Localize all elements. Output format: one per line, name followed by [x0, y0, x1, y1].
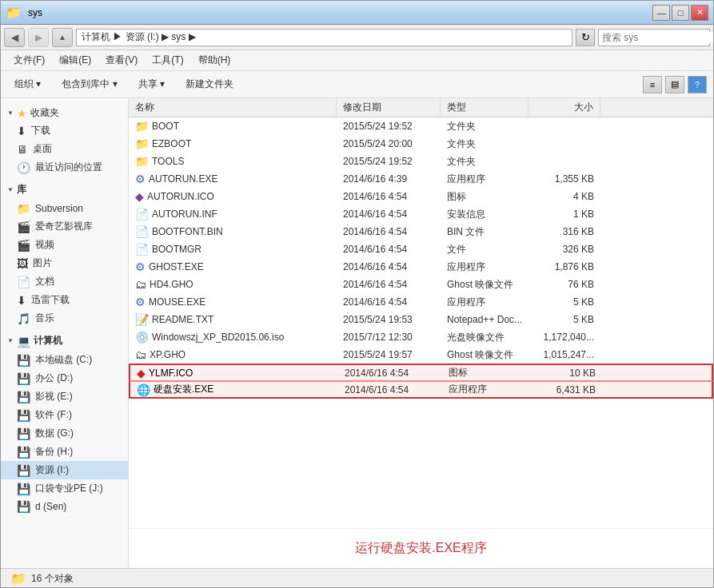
sidebar-item-desktop[interactable]: 🖥 桌面: [1, 140, 128, 158]
sidebar-item-drive-d2[interactable]: 💾 d (Sen): [1, 498, 128, 515]
share-button[interactable]: 共享 ▾: [131, 74, 172, 94]
file-cell-date: 2014/6/16 4:54: [337, 261, 441, 272]
main-area: ▼ ★ 收藏夹 ⬇ 下载 🖥 桌面 🕐 最近访问的位置 ▼ 库: [1, 98, 713, 568]
sidebar-item-music[interactable]: 🎵 音乐: [1, 309, 128, 328]
file-row[interactable]: 💿Windowszj_XP_BD2015.06.iso2015/7/12 12:…: [129, 328, 713, 346]
menu-edit[interactable]: 编辑(E): [53, 52, 98, 69]
organize-button[interactable]: 组织 ▾: [7, 74, 48, 94]
file-name-text: AUTORUN.EXE: [149, 173, 217, 185]
drive-j-icon: 💾: [17, 483, 30, 495]
file-row[interactable]: 📝README.TXT2015/5/24 19:53Notepad++ Doc.…: [129, 311, 713, 328]
sidebar-item-drive-g[interactable]: 💾 数据 (G:): [1, 424, 128, 443]
sidebar-library-section: ▼ 库 📁 Subversion 🎬 爱奇艺影视库 🎬 视频 🖼 图片 📄: [1, 180, 128, 328]
file-row[interactable]: 📁BOOT2015/5/24 19:52文件夹: [129, 117, 713, 135]
forward-button[interactable]: ▶: [28, 28, 49, 47]
sidebar-item-drive-e[interactable]: 💾 影视 (E:): [1, 387, 128, 406]
up-button[interactable]: ▲: [52, 28, 73, 47]
sidebar-item-recent[interactable]: 🕐 最近访问的位置: [1, 158, 128, 177]
file-cell-name: ◆YLMF.ICO: [130, 367, 338, 379]
col-header-date[interactable]: 修改日期: [337, 98, 441, 117]
sidebar-computer-header[interactable]: ▼ 💻 计算机: [1, 331, 128, 351]
instruction-area: 运行硬盘安装.EXE程序: [129, 528, 713, 568]
menu-view[interactable]: 查看(V): [99, 52, 144, 69]
file-cell-date: 2015/7/12 12:30: [337, 332, 441, 343]
sidebar-item-download[interactable]: ⬇ 下载: [1, 121, 128, 140]
file-name-text: Windowszj_XP_BD2015.06.iso: [152, 332, 284, 343]
menu-tools[interactable]: 工具(T): [146, 52, 189, 69]
title-bar-buttons: — □ ✕: [652, 5, 708, 21]
file-row[interactable]: 📄BOOTMGR2014/6/16 4:54文件326 KB: [129, 240, 713, 258]
file-row[interactable]: 🗂HD4.GHO2014/6/16 4:54Ghost 映像文件76 KB: [129, 276, 713, 293]
file-cell-name: ⚙MOUSE.EXE: [129, 296, 337, 308]
new-folder-button[interactable]: 新建文件夹: [178, 74, 241, 94]
col-header-type[interactable]: 类型: [441, 98, 529, 117]
file-row[interactable]: ◆YLMF.ICO2014/6/16 4:54图标10 KB: [129, 364, 713, 381]
title-bar: 📁 sys — □ ✕: [1, 1, 713, 25]
drive-f-icon: 💾: [17, 409, 30, 422]
sidebar-library-header[interactable]: ▼ 库: [1, 180, 128, 200]
menu-help[interactable]: 帮助(H): [192, 52, 237, 69]
sidebar-item-drive-d[interactable]: 💾 办公 (D:): [1, 369, 128, 387]
back-button[interactable]: ◀: [4, 28, 25, 47]
status-folder-icon: 📁: [10, 571, 26, 586]
minimize-button[interactable]: —: [652, 5, 670, 21]
file-row[interactable]: ⚙GHOST.EXE2014/6/16 4:54应用程序1,876 KB: [129, 258, 713, 276]
file-cell-date: 2014/6/16 4:54: [337, 296, 441, 308]
file-icon: 📁: [135, 120, 149, 133]
file-cell-date: 2015/5/24 19:52: [337, 121, 441, 132]
search-input[interactable]: [599, 32, 714, 43]
file-row[interactable]: ⚙AUTORUN.EXE2014/6/16 4:39应用程序1,355 KB: [129, 170, 713, 188]
layout-button[interactable]: ▤: [665, 76, 684, 93]
file-cell-type: 文件: [441, 243, 529, 256]
menu-file[interactable]: 文件(F): [7, 52, 51, 69]
address-path[interactable]: 计算机 ▶ 资源 (I:) ▶ sys ▶: [76, 29, 572, 46]
close-button[interactable]: ✕: [691, 5, 708, 21]
view-toggle-button[interactable]: ≡: [643, 76, 662, 93]
documents-label: 文档: [35, 275, 54, 288]
file-cell-name: 📁EZBOOT: [129, 137, 337, 150]
sidebar-item-drive-h[interactable]: 💾 备份 (H:): [1, 443, 128, 461]
col-header-name[interactable]: 名称: [129, 98, 337, 117]
sidebar-favorites-header[interactable]: ▼ ★ 收藏夹: [1, 105, 128, 121]
file-cell-type: 应用程序: [441, 296, 529, 309]
sidebar-item-documents[interactable]: 📄 文档: [1, 272, 128, 291]
file-row[interactable]: 🗂XP.GHO2015/5/24 19:57Ghost 映像文件1,015,24…: [129, 346, 713, 364]
music-label: 音乐: [35, 312, 54, 325]
library-triangle: ▼: [7, 186, 14, 193]
file-cell-date: 2014/6/16 4:54: [338, 368, 442, 379]
sidebar-item-drive-f[interactable]: 💾 软件 (F:): [1, 406, 128, 424]
sidebar-item-subversion[interactable]: 📁 Subversion: [1, 200, 128, 217]
iqiyi-label: 爱奇艺影视库: [35, 220, 93, 233]
sidebar-item-drive-c[interactable]: 💾 本地磁盘 (C:): [1, 351, 128, 369]
file-cell-name: 🌐硬盘安装.EXE: [130, 383, 338, 396]
favorites-label: 收藏夹: [30, 106, 59, 120]
file-row[interactable]: 📁EZBOOT2015/5/24 20:00文件夹: [129, 135, 713, 153]
search-box[interactable]: 🔍: [598, 29, 710, 46]
file-cell-date: 2014/6/16 4:54: [337, 244, 441, 255]
file-cell-type: 光盘映像文件: [441, 331, 529, 344]
file-row[interactable]: ◆AUTORUN.ICO2014/6/16 4:54图标4 KB: [129, 188, 713, 205]
library-label: 库: [17, 183, 26, 197]
drive-j-label: 口袋专业PE (J:): [35, 482, 103, 495]
file-row[interactable]: ⚙MOUSE.EXE2014/6/16 4:54应用程序5 KB: [129, 293, 713, 311]
include-library-button[interactable]: 包含到库中 ▾: [54, 74, 124, 94]
sidebar-item-iqiyi[interactable]: 🎬 爱奇艺影视库: [1, 217, 128, 236]
col-header-size[interactable]: 大小: [529, 98, 600, 117]
sidebar-favorites-section: ▼ ★ 收藏夹 ⬇ 下载 🖥 桌面 🕐 最近访问的位置: [1, 105, 128, 177]
file-name-text: BOOTMGR: [152, 244, 201, 255]
sidebar-item-video[interactable]: 🎬 视频: [1, 236, 128, 254]
file-row[interactable]: 📁TOOLS2015/5/24 19:52文件夹: [129, 153, 713, 170]
help-button[interactable]: ?: [688, 76, 707, 93]
file-row[interactable]: 📄AUTORUN.INF2014/6/16 4:54安装信息1 KB: [129, 205, 713, 223]
sidebar-item-drive-j[interactable]: 💾 口袋专业PE (J:): [1, 479, 128, 498]
file-row[interactable]: 📄BOOTFONT.BIN2014/6/16 4:54BIN 文件316 KB: [129, 223, 713, 240]
sidebar-item-thunder[interactable]: ⬇ 迅雷下载: [1, 291, 128, 309]
maximize-button[interactable]: □: [672, 5, 689, 21]
file-row[interactable]: 🌐硬盘安装.EXE2014/6/16 4:54应用程序6,431 KB: [129, 381, 713, 399]
refresh-button[interactable]: ↻: [576, 29, 595, 46]
video-label: 视频: [35, 238, 54, 252]
menu-bar: 文件(F) 编辑(E) 查看(V) 工具(T) 帮助(H): [1, 50, 713, 71]
sidebar-item-pictures[interactable]: 🖼 图片: [1, 254, 128, 272]
sidebar-item-drive-i[interactable]: 💾 资源 (I:): [1, 461, 128, 479]
file-cell-name: 📁TOOLS: [129, 155, 337, 168]
